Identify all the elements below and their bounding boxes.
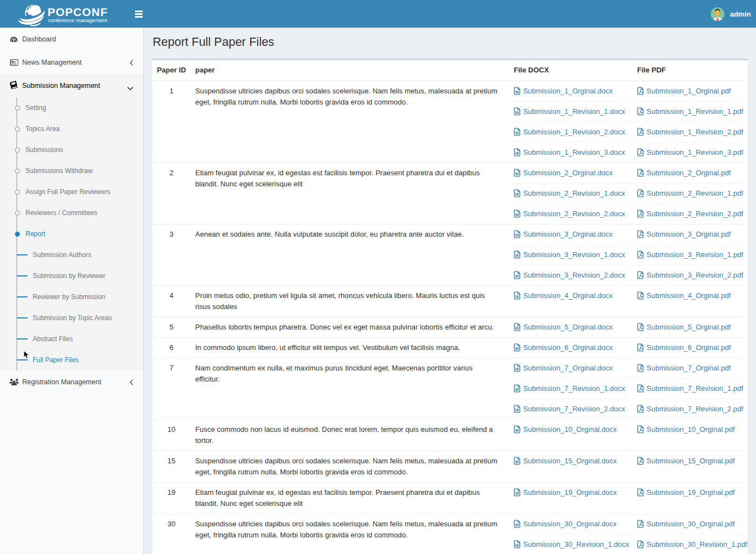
svg-text:conference management: conference management (48, 17, 107, 23)
svg-text:w: w (515, 130, 519, 135)
svg-text:w: w (515, 151, 519, 156)
svg-text:w: w (515, 428, 519, 433)
svg-text:POPCONF: POPCONF (48, 6, 108, 18)
svg-text:w: w (515, 459, 519, 464)
svg-text:w: w (515, 212, 519, 217)
svg-text:w: w (515, 367, 519, 372)
svg-text:w: w (515, 90, 519, 95)
svg-text:w: w (515, 171, 519, 176)
svg-text:w: w (515, 407, 519, 412)
svg-text:w: w (515, 110, 519, 115)
svg-text:w: w (515, 253, 519, 258)
svg-text:w: w (515, 326, 519, 331)
svg-text:w: w (515, 543, 519, 548)
svg-text:w: w (515, 233, 519, 238)
svg-text:w: w (515, 274, 519, 279)
svg-text:w: w (515, 491, 519, 496)
svg-text:w: w (515, 192, 519, 197)
svg-text:w: w (515, 294, 519, 299)
svg-text:w: w (515, 346, 519, 351)
svg-text:w: w (515, 522, 519, 527)
svg-text:w: w (515, 387, 519, 392)
